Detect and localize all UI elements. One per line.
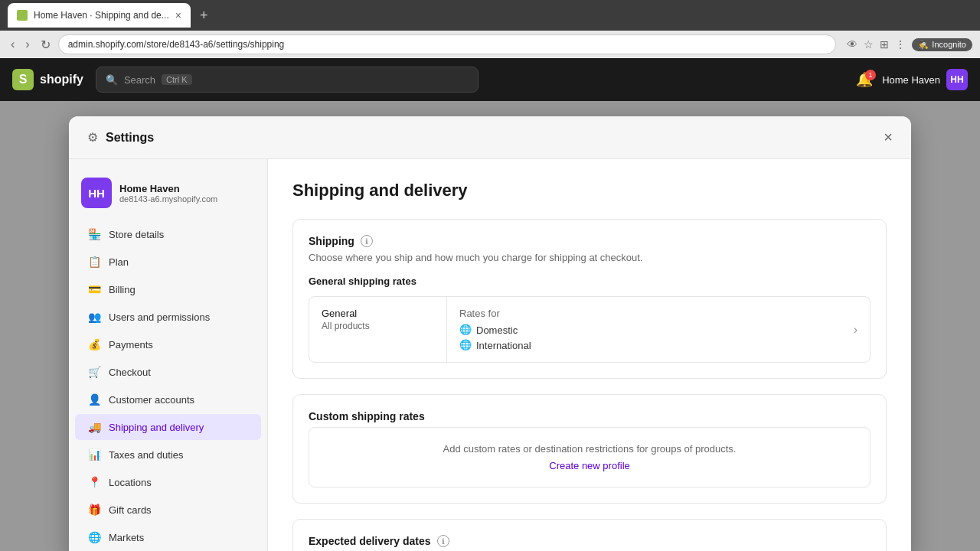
markets-icon: 🌐 xyxy=(87,530,101,544)
browser-chrome: Home Haven · Shipping and de... × + xyxy=(0,0,980,31)
plan-icon: 📋 xyxy=(87,255,101,269)
sidebar-item-label: Payments xyxy=(109,339,153,350)
search-bar[interactable]: 🔍 Search Ctrl K xyxy=(96,67,479,93)
search-icon: 🔍 xyxy=(106,74,118,86)
shipping-icon: 🚚 xyxy=(87,420,101,434)
sidebar-item-label: Users and permissions xyxy=(109,311,210,323)
sidebar-item-label: Plan xyxy=(109,256,129,268)
sidebar-item-markets[interactable]: 🌐 Markets xyxy=(75,524,261,550)
domestic-globe-icon: 🌐 xyxy=(459,324,472,336)
store-avatar: HH xyxy=(946,69,968,90)
new-tab-button[interactable]: + xyxy=(200,8,208,24)
sidebar-item-plan[interactable]: 📋 Plan xyxy=(75,249,261,275)
expected-delivery-header: Expected delivery dates ℹ xyxy=(309,535,871,547)
store-button[interactable]: Home Haven HH xyxy=(882,69,968,90)
browser-menu-icon[interactable]: ⋮ xyxy=(895,38,906,51)
sidebar-item-shipping-delivery[interactable]: 🚚 Shipping and delivery xyxy=(75,414,261,440)
eye-off-icon[interactable]: 👁 xyxy=(847,38,858,51)
sidebar-item-label: Taxes and duties xyxy=(109,449,184,461)
delivery-info-icon[interactable]: ℹ xyxy=(437,535,449,547)
customer-accounts-icon: 👤 xyxy=(87,393,101,406)
page-title: Shipping and delivery xyxy=(292,181,887,201)
browser-controls: ‹ › ↻ admin.shopify.com/store/de8143-a6/… xyxy=(0,31,980,58)
gear-icon: ⚙ xyxy=(87,130,98,145)
store-name: Home Haven xyxy=(119,183,217,194)
domestic-label: Domestic xyxy=(476,324,518,336)
sidebar-item-payments[interactable]: 💰 Payments xyxy=(75,331,261,357)
shipping-card: Shipping ℹ Choose where you ship and how… xyxy=(292,219,887,379)
sidebar-item-checkout[interactable]: 🛒 Checkout xyxy=(75,359,261,385)
rate-row[interactable]: General All products Rates for 🌐 D xyxy=(309,296,871,363)
domestic-item: 🌐 Domestic xyxy=(459,324,531,336)
shopify-logo: S shopify xyxy=(12,69,83,90)
tab-title: Home Haven · Shipping and de... xyxy=(34,10,169,21)
sidebar-item-label: Locations xyxy=(109,477,152,488)
rate-row-left: General All products xyxy=(309,297,447,362)
international-item: 🌐 International xyxy=(459,339,531,351)
sidebar-item-label: Gift cards xyxy=(109,504,152,516)
rate-name: General xyxy=(322,308,434,319)
settings-close-button[interactable]: × xyxy=(884,129,893,146)
custom-rates-header: Custom shipping rates xyxy=(309,410,871,422)
tab-close-button[interactable]: × xyxy=(175,9,181,21)
forward-button[interactable]: › xyxy=(22,34,32,54)
card-header: Shipping ℹ xyxy=(309,235,871,247)
taxes-icon: 📊 xyxy=(87,448,101,461)
store-info: HH Home Haven de8143-a6.myshopify.com xyxy=(69,168,267,220)
settings-overlay: ⚙ Settings × HH Home Haven de8143-a6.mys… xyxy=(0,101,980,551)
sidebar-item-gift-cards[interactable]: 🎁 Gift cards xyxy=(75,497,261,523)
back-button[interactable]: ‹ xyxy=(8,34,18,54)
search-placeholder: Search xyxy=(124,74,155,86)
shopify-logo-text: shopify xyxy=(40,73,83,86)
sidebar-item-label: Checkout xyxy=(109,367,151,378)
incognito-button[interactable]: 🕵 Incognito xyxy=(912,38,972,51)
gift-cards-icon: 🎁 xyxy=(87,503,101,517)
rate-destinations: Rates for 🌐 Domestic 🌐 Inter xyxy=(459,308,531,351)
international-globe-icon: 🌐 xyxy=(459,339,472,351)
sidebar-item-customer-accounts[interactable]: 👤 Customer accounts xyxy=(75,386,261,412)
settings-modal: ⚙ Settings × HH Home Haven de8143-a6.mys… xyxy=(69,116,911,551)
create-profile-link[interactable]: Create new profile xyxy=(549,460,630,471)
refresh-button[interactable]: ↻ xyxy=(38,34,54,55)
sidebar-nav: 🏪 Store details 📋 Plan 💳 Billing 👥 xyxy=(69,220,267,551)
international-label: International xyxy=(476,340,531,351)
sidebar-item-label: Markets xyxy=(109,532,144,543)
extensions-icon[interactable]: ⊞ xyxy=(880,38,889,51)
rate-row-chevron[interactable]: › xyxy=(854,323,858,337)
payments-icon: 💰 xyxy=(87,337,101,351)
sidebar-item-billing[interactable]: 💳 Billing xyxy=(75,276,261,302)
settings-sidebar: HH Home Haven de8143-a6.myshopify.com 🏪 … xyxy=(69,159,268,551)
sidebar-item-label: Store details xyxy=(109,229,164,240)
store-avatar-large: HH xyxy=(81,178,112,208)
url-text: admin.shopify.com/store/de8143-a6/settin… xyxy=(68,39,285,50)
app-wrapper: S shopify 🔍 Search Ctrl K 🔔 1 Home Haven… xyxy=(0,58,980,551)
custom-rates-box: Add custom rates or destination restrict… xyxy=(309,427,871,487)
store-info-text: Home Haven de8143-a6.myshopify.com xyxy=(119,183,217,204)
bookmark-icon[interactable]: ☆ xyxy=(864,38,874,51)
sidebar-item-taxes-duties[interactable]: 📊 Taxes and duties xyxy=(75,442,261,468)
expected-delivery-title: Expected delivery dates xyxy=(309,535,431,547)
notification-button[interactable]: 🔔 1 xyxy=(856,71,873,88)
incognito-label: Incognito xyxy=(932,40,966,49)
custom-rates-description: Add custom rates or destination restrict… xyxy=(325,443,854,455)
store-domain: de8143-a6.myshopify.com xyxy=(119,194,217,204)
shipping-card-title: Shipping xyxy=(309,235,354,247)
browser-tab[interactable]: Home Haven · Shipping and de... × xyxy=(8,3,191,28)
expected-delivery-card: Expected delivery dates ℹ shop Promise S… xyxy=(292,519,887,551)
sidebar-item-store-details[interactable]: 🏪 Store details xyxy=(75,221,261,247)
rate-destinations-list: 🌐 Domestic 🌐 International xyxy=(459,324,531,351)
sidebar-item-users-permissions[interactable]: 👥 Users and permissions xyxy=(75,304,261,330)
address-bar[interactable]: admin.shopify.com/store/de8143-a6/settin… xyxy=(58,34,837,54)
sidebar-item-locations[interactable]: 📍 Locations xyxy=(75,469,261,495)
shipping-info-icon[interactable]: ℹ xyxy=(361,235,373,247)
sidebar-item-label: Billing xyxy=(109,284,136,295)
custom-rates-card: Custom shipping rates Add custom rates o… xyxy=(292,394,887,504)
notification-badge: 1 xyxy=(865,70,876,80)
shopify-logo-icon: S xyxy=(12,69,34,90)
billing-icon: 💳 xyxy=(87,282,101,296)
rates-for-label: Rates for xyxy=(459,308,531,319)
search-shortcut: Ctrl K xyxy=(162,74,192,85)
rate-subtitle: All products xyxy=(322,321,434,331)
general-rates-label: General shipping rates xyxy=(309,276,871,287)
users-icon: 👥 xyxy=(87,310,101,324)
